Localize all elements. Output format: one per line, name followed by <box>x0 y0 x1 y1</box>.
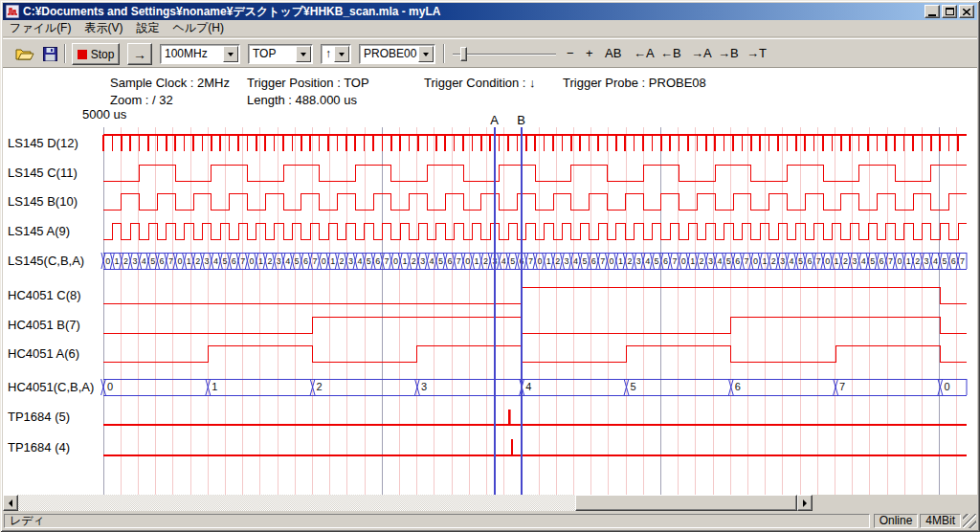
stop-button-label: Stop <box>91 48 115 61</box>
toolbar-separator <box>443 44 445 63</box>
menubar: ファイル(F) 表示(V) 設定 ヘルプ(H) <box>3 20 977 37</box>
sample-clock-value: 100MHz <box>165 45 208 63</box>
goto-marker-a-button[interactable]: ←A <box>631 43 657 64</box>
app-window: C:¥Documents and Settings¥noname¥デスクトップ¥… <box>0 0 980 532</box>
menu-help[interactable]: ヘルプ(H) <box>166 18 231 38</box>
channel-label: HC4051(C,B,A) <box>8 380 94 394</box>
chevron-down-icon[interactable] <box>418 46 434 62</box>
trigger-position-select[interactable]: TOP <box>248 44 313 64</box>
run-button[interactable]: → <box>127 43 152 65</box>
marker-b-label[interactable]: B <box>517 113 525 127</box>
marker-a-label[interactable]: A <box>490 113 499 127</box>
menu-view[interactable]: 表示(V) <box>78 18 129 38</box>
trigger-probe-select[interactable]: PROBE00 <box>359 44 435 64</box>
sample-clock-text: Sample Clock : 2MHz <box>110 76 230 90</box>
channel-label: LS145 D(12) <box>8 136 78 150</box>
slider-thumb[interactable] <box>460 47 467 61</box>
trigger-probe-text: Trigger Probe : PROBE08 <box>563 76 706 90</box>
trigger-condition-text: Trigger Condition : ↓ <box>424 76 536 90</box>
trigger-position-value: TOP <box>253 45 276 63</box>
zoom-in-button[interactable]: + <box>583 43 596 64</box>
channel-label: LS145 C(11) <box>8 166 78 180</box>
channel-label: LS145 A(9) <box>8 224 70 238</box>
slider-groove <box>453 54 556 55</box>
channel-label: HC4051 C(8) <box>8 288 81 302</box>
scroll-left-button[interactable] <box>3 495 18 511</box>
window-title: C:¥Documents and Settings¥noname¥デスクトップ¥… <box>23 4 924 20</box>
trigger-edge-value: ↑ <box>325 45 331 63</box>
channel-label: HC4051 A(6) <box>8 346 79 361</box>
length-text: Length : 488.000 us <box>247 93 357 107</box>
minimize-button[interactable] <box>924 5 940 18</box>
set-marker-a-button[interactable]: →A <box>688 43 715 64</box>
stop-button[interactable]: Stop <box>72 43 120 65</box>
close-button[interactable] <box>959 5 974 18</box>
chevron-down-icon[interactable] <box>296 46 311 62</box>
horizontal-scrollbar[interactable] <box>3 495 813 511</box>
window-controls <box>924 5 974 18</box>
ab-button[interactable]: AB <box>602 43 624 64</box>
app-icon <box>6 5 19 18</box>
run-arrow-icon: → <box>133 47 146 62</box>
time-scale-label: 5000 us <box>82 107 126 122</box>
chevron-down-icon[interactable] <box>334 46 349 62</box>
floppy-save-icon <box>43 47 57 61</box>
arrow-left-icon <box>9 499 12 507</box>
toolbar-separator <box>64 44 66 63</box>
trigger-position-text: Trigger Position : TOP <box>247 76 369 90</box>
resize-grip[interactable] <box>963 514 976 528</box>
status-memory-badge: 4MBit <box>920 514 961 528</box>
channel-label: TP1684 (5) <box>8 410 70 424</box>
maximize-button[interactable] <box>942 5 957 18</box>
stop-icon <box>78 50 87 59</box>
statusbar: レディ Online 4MBit <box>3 513 977 529</box>
trigger-probe-value: PROBE00 <box>364 45 416 63</box>
channel-label: LS145(C,B,A) <box>8 254 84 268</box>
minimize-icon <box>928 14 936 16</box>
toolbar: Stop → 100MHz TOP ↑ PROBE00 − + AB ←A <box>3 38 977 68</box>
save-file-button[interactable] <box>39 44 60 63</box>
zoom-out-button[interactable]: − <box>564 43 577 64</box>
zoom-text: Zoom : / 32 <box>110 93 173 107</box>
status-online-badge: Online <box>874 514 919 528</box>
menu-settings[interactable]: 設定 <box>129 18 166 38</box>
scroll-right-button[interactable] <box>797 495 813 511</box>
sample-clock-select[interactable]: 100MHz <box>160 44 240 64</box>
status-ready: レディ <box>4 514 870 528</box>
goto-marker-b-button[interactable]: ←B <box>657 43 684 64</box>
client-area <box>3 68 977 495</box>
zoom-slider[interactable] <box>453 47 556 62</box>
open-file-button[interactable] <box>14 44 35 63</box>
goto-trigger-button[interactable]: →T <box>744 43 769 64</box>
channel-label: HC4051 B(7) <box>8 318 80 332</box>
trigger-edge-select[interactable]: ↑ <box>321 44 351 64</box>
chevron-down-icon[interactable] <box>223 46 238 62</box>
set-marker-b-button[interactable]: →B <box>715 43 742 64</box>
channel-label: TP1684 (4) <box>8 440 70 454</box>
close-icon <box>963 9 970 15</box>
channel-label: LS145 B(10) <box>8 194 78 209</box>
arrow-right-icon <box>803 499 807 507</box>
menu-file[interactable]: ファイル(F) <box>3 18 78 38</box>
maximize-icon <box>946 8 954 15</box>
open-folder-icon <box>15 47 34 61</box>
scrollbar-thumb[interactable] <box>575 495 797 511</box>
